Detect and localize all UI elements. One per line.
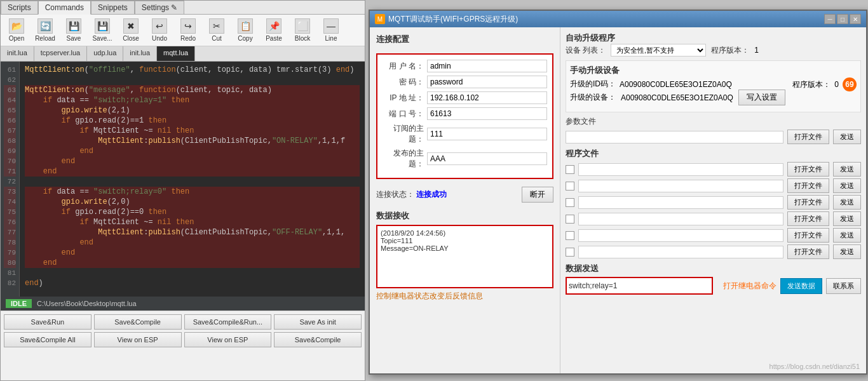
tab-scripts[interactable]: Scripts (1, 1, 38, 14)
reload-button[interactable]: 🔄 Reload (32, 18, 58, 42)
open-prog-file-button[interactable]: 打开文件 (787, 178, 829, 193)
open-prog-file-button[interactable]: 打开文件 (787, 244, 829, 259)
save-as-init-button[interactable]: Save As init (274, 314, 362, 330)
upgrade-device-row: 升级的设备： A009080C0DLE65E3O1EZ0A0Q 写入设置 (570, 90, 857, 105)
file-tab-mqtt[interactable]: mqtt.lua (157, 46, 195, 61)
program-rows: 打开文件 发送 打开文件 发送 打开文件 发送 (566, 162, 861, 259)
file-path: C:\Users\Book\Desktop\mqtt.lua (37, 300, 137, 307)
data-send-title: 数据发送 (566, 263, 861, 274)
open-param-file-button[interactable]: 打开文件 (787, 130, 829, 144)
open-button[interactable]: 📂 Open (4, 18, 29, 42)
view-on-esp-button1[interactable]: View on ESP (94, 332, 182, 347)
save-compile-run-button[interactable]: Save&Compile&Run... (184, 314, 272, 330)
conn-status-label: 连接状态： (376, 190, 414, 199)
save-run-button[interactable]: Save&Run (4, 314, 92, 330)
save-as-icon: 💾 (95, 18, 110, 34)
connect-button[interactable]: 联系系 (826, 278, 861, 294)
code-line: end (25, 258, 360, 268)
send-prog-button[interactable]: 发送 (833, 228, 861, 243)
prog-input[interactable] (578, 229, 783, 242)
subscribe-label: 订阅的主题： (383, 123, 424, 145)
tab-commands[interactable]: Commands (38, 1, 91, 15)
copy-button[interactable]: 📋 Copy (233, 18, 258, 42)
prog-checkbox[interactable] (566, 198, 574, 207)
password-input[interactable] (427, 76, 547, 88)
block-button[interactable]: ⬜ Block (290, 18, 315, 42)
program-row: 打开文件 发送 (566, 178, 861, 193)
prog-checkbox[interactable] (566, 215, 574, 224)
open-prog-file-button[interactable]: 打开文件 (787, 228, 829, 243)
paste-icon: 📌 (266, 18, 281, 34)
prog-input[interactable] (578, 163, 783, 176)
ip-input[interactable] (427, 91, 547, 104)
code-line: if data == "switch;relay=0" then (25, 187, 360, 197)
save-compile-button[interactable]: Save&Compile (94, 314, 182, 330)
tab-snippets[interactable]: Snippets (91, 1, 135, 14)
prog-checkbox[interactable] (566, 165, 574, 174)
send-prog-button[interactable]: 发送 (833, 162, 861, 177)
undo-button[interactable]: ↩ Undo (147, 18, 172, 42)
disconnect-button[interactable]: 断开 (522, 187, 553, 203)
save-as-button[interactable]: 💾 Save... (90, 18, 115, 42)
port-input[interactable] (427, 107, 547, 120)
send-command-input[interactable] (569, 281, 710, 290)
connection-title: 连接配置 (376, 34, 553, 45)
prog-checkbox[interactable] (566, 182, 574, 190)
cut-button[interactable]: ✂ Cut (204, 18, 229, 42)
dialog-body: 连接配置 用 户 名： 密 码： IP 地 址： 端 口 号： (370, 27, 866, 373)
send-prog-button[interactable]: 发送 (833, 244, 861, 259)
save-button[interactable]: 💾 Save (61, 18, 86, 42)
publish-input[interactable] (427, 152, 547, 165)
line-button[interactable]: — Line (318, 18, 344, 42)
save-icon: 💾 (66, 18, 81, 34)
device-list-label: 设备 列表： (566, 45, 606, 56)
paste-button[interactable]: 📌 Paste (261, 18, 287, 42)
manual-upgrade-section: 手动升级设备 升级的ID码： A009080C0DLE65E3O1EZ0A0Q … (566, 60, 861, 112)
code-line (25, 177, 360, 187)
program-row: 打开文件 发送 (566, 195, 861, 210)
editor-window: Scripts Commands Snippets Settings ✎ 📂 O… (0, 0, 365, 381)
tab-settings[interactable]: Settings ✎ (135, 1, 185, 14)
status-bar: IDLE C:\Users\Book\Desktop\mqtt.lua (1, 297, 365, 311)
file-tab-tcpserver[interactable]: tcpserver.lua (34, 46, 87, 61)
prog-checkbox[interactable] (566, 248, 574, 257)
prog-input[interactable] (578, 180, 783, 192)
open-prog-file-button[interactable]: 打开文件 (787, 162, 829, 177)
send-param-button[interactable]: 发送 (833, 130, 861, 144)
save-compile-all-button[interactable]: Save&Compile All (4, 332, 92, 347)
file-tab-init2[interactable]: init.lua (123, 46, 157, 61)
file-tab-udp[interactable]: udp.lua (87, 46, 123, 61)
prog-input[interactable] (578, 213, 783, 225)
window-controls: ─ □ ✕ (824, 14, 861, 24)
data-send-section: 数据发送 打开继电器命令 发送数据 联系系 (566, 263, 861, 295)
code-area[interactable]: 61 62 63 64 65 66 67 68 69 70 71 72 73 7… (1, 62, 365, 297)
send-data-button[interactable]: 发送数据 (780, 278, 822, 294)
send-prog-button[interactable]: 发送 (833, 195, 861, 210)
open-prog-file-button[interactable]: 打开文件 (787, 211, 829, 226)
close-button[interactable]: ✖ Close (118, 18, 144, 42)
file-tab-init1[interactable]: init.lua (1, 46, 34, 61)
mqtt-dialog: M MQTT调试助手(WIFI+GPRS远程升级) ─ □ ✕ 连接配置 用 户… (369, 10, 867, 375)
maximize-button[interactable]: □ (837, 14, 848, 24)
save-compile-button2[interactable]: Save&Compile (274, 332, 362, 347)
prog-input[interactable] (578, 196, 783, 209)
subscribe-input[interactable] (427, 128, 547, 140)
param-file-input[interactable] (566, 131, 783, 144)
send-prog-button[interactable]: 发送 (833, 178, 861, 193)
main-tab-bar: Scripts Commands Snippets Settings ✎ (1, 1, 365, 15)
send-prog-button[interactable]: 发送 (833, 211, 861, 226)
open-prog-file-button[interactable]: 打开文件 (787, 195, 829, 210)
prog-input[interactable] (578, 246, 783, 258)
view-on-esp-button2[interactable]: View on ESP (184, 332, 272, 347)
close-window-button[interactable]: ✕ (850, 14, 861, 24)
write-settings-button[interactable]: 写入设置 (738, 90, 785, 105)
username-input[interactable] (427, 60, 547, 72)
device-list-select[interactable]: 为安全性,暂不支持 (611, 44, 706, 57)
auto-upgrade-row: 设备 列表： 为安全性,暂不支持 程序版本： 1 (566, 44, 861, 57)
minimize-button[interactable]: ─ (824, 14, 836, 24)
close-icon: ✖ (123, 18, 139, 34)
code-content[interactable]: MqttClient:on("offline", function(client… (20, 62, 365, 297)
redo-button[interactable]: ↪ Redo (175, 18, 201, 42)
recv-line1: (2018/9/20 14:24:56) (381, 229, 549, 237)
prog-checkbox[interactable] (566, 231, 574, 240)
